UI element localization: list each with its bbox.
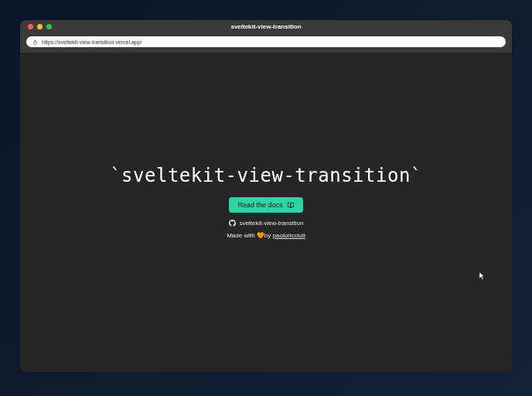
read-docs-button[interactable]: Read the docs	[229, 197, 302, 213]
title-bar: sveltekit-view-transition	[20, 20, 512, 32]
book-icon	[287, 202, 295, 209]
address-bar-container: https://sveltekit-view-transition.vercel…	[20, 32, 512, 53]
made-with-credit: Made with 🧡by paoloricciuti	[227, 232, 305, 239]
docs-button-label: Read the docs	[237, 201, 282, 209]
made-with-prefix: Made with 🧡by	[227, 232, 272, 239]
minimize-window-button[interactable]	[37, 24, 43, 29]
svg-rect-0	[33, 42, 36, 44]
address-bar[interactable]: https://sveltekit-view-transition.vercel…	[26, 36, 506, 47]
github-repo-link[interactable]: sveltekit-view-transition	[229, 220, 304, 227]
lock-icon	[32, 39, 38, 45]
github-repo-name: sveltekit-view-transition	[240, 220, 304, 227]
author-link[interactable]: paoloricciuti	[273, 232, 305, 239]
window-title: sveltekit-view-transition	[230, 23, 301, 30]
github-icon	[229, 220, 236, 227]
page-content: `sveltekit-view-transition` Read the doc…	[20, 53, 512, 372]
cursor-icon	[479, 271, 486, 282]
maximize-window-button[interactable]	[46, 24, 52, 29]
traffic-lights	[28, 24, 52, 29]
browser-window: sveltekit-view-transition https://svelte…	[20, 20, 512, 372]
close-window-button[interactable]	[28, 24, 33, 29]
hero-title: `sveltekit-view-transition`	[110, 165, 422, 186]
url-text: https://sveltekit-view-transition.vercel…	[42, 39, 142, 45]
